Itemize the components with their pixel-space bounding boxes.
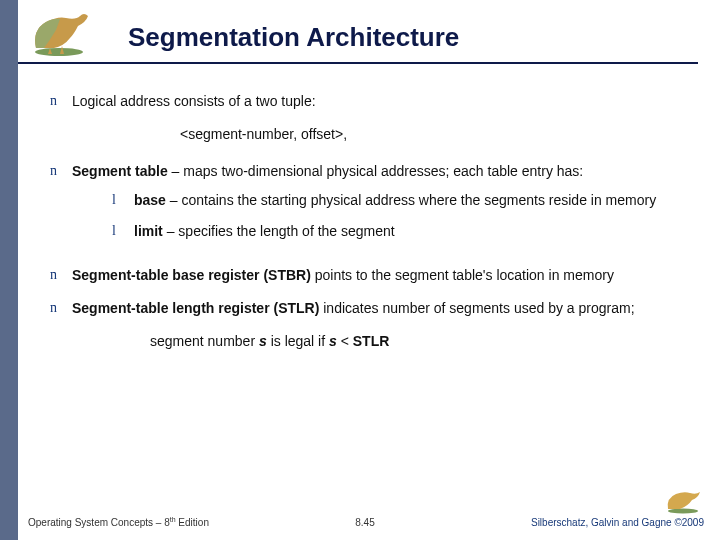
bullet-marker: n xyxy=(50,266,72,285)
bold-term: Segment-table length register (STLR) xyxy=(72,300,319,316)
text-span: – maps two-dimensional physical addresse… xyxy=(168,163,584,179)
bullet-marker: n xyxy=(50,92,72,111)
slide-body: n Logical address consists of a two tupl… xyxy=(50,92,690,351)
text-span: – specifies the length of the segment xyxy=(163,223,395,239)
sub-bullet-marker: l xyxy=(112,222,134,241)
text-span: indicates number of segments used by a p… xyxy=(319,300,634,316)
text-span: < xyxy=(337,333,353,349)
var-s: s xyxy=(329,333,337,349)
bold-term: Segment-table base register (STBR) xyxy=(72,267,311,283)
bold-term: Segment table xyxy=(72,163,168,179)
slide-header: Segmentation Architecture xyxy=(18,0,720,70)
text-span: is legal if xyxy=(267,333,329,349)
title-underline xyxy=(18,62,698,64)
svg-point-0 xyxy=(35,48,83,56)
bold-term: STLR xyxy=(353,333,390,349)
text-span: – contains the starting physical address… xyxy=(166,192,656,208)
bullet-item: n Segment-table base register (STBR) poi… xyxy=(50,266,690,285)
bullet-item: n Logical address consists of a two tupl… xyxy=(50,92,690,111)
bullet-text: Logical address consists of a two tuple: xyxy=(72,92,690,111)
bold-term: limit xyxy=(134,223,163,239)
left-sidebar-stripe xyxy=(0,0,18,540)
bullet-item: n Segment-table length register (STLR) i… xyxy=(50,299,690,318)
dinosaur-icon xyxy=(24,8,94,58)
bullet-marker: n xyxy=(50,162,72,253)
text-span: segment number xyxy=(150,333,259,349)
text-span: points to the segment table's location i… xyxy=(311,267,614,283)
dinosaur-small-icon xyxy=(662,486,704,514)
svg-point-1 xyxy=(668,509,698,514)
tuple-line: <segment-number, offset>, xyxy=(50,125,690,144)
slide-footer: Operating System Concepts – 8th Edition … xyxy=(18,502,712,532)
bullet-text: Segment-table length register (STLR) ind… xyxy=(72,299,690,318)
var-s: s xyxy=(259,333,267,349)
sub-item: l limit – specifies the length of the se… xyxy=(112,222,690,241)
bullet-text: Segment-table base register (STBR) point… xyxy=(72,266,690,285)
sub-text: base – contains the starting physical ad… xyxy=(134,191,690,210)
legality-line: segment number s is legal if s < STLR xyxy=(50,332,690,351)
slide-title: Segmentation Architecture xyxy=(128,22,459,53)
bullet-item: n Segment table – maps two-dimensional p… xyxy=(50,162,690,253)
sub-bullet-marker: l xyxy=(112,191,134,210)
sub-list: l base – contains the starting physical … xyxy=(112,191,690,241)
bold-term: base xyxy=(134,192,166,208)
bullet-marker: n xyxy=(50,299,72,318)
bullet-text: Segment table – maps two-dimensional phy… xyxy=(72,162,690,253)
footer-right: Silberschatz, Galvin and Gagne ©2009 xyxy=(531,517,704,528)
sub-text: limit – specifies the length of the segm… xyxy=(134,222,690,241)
sub-item: l base – contains the starting physical … xyxy=(112,191,690,210)
